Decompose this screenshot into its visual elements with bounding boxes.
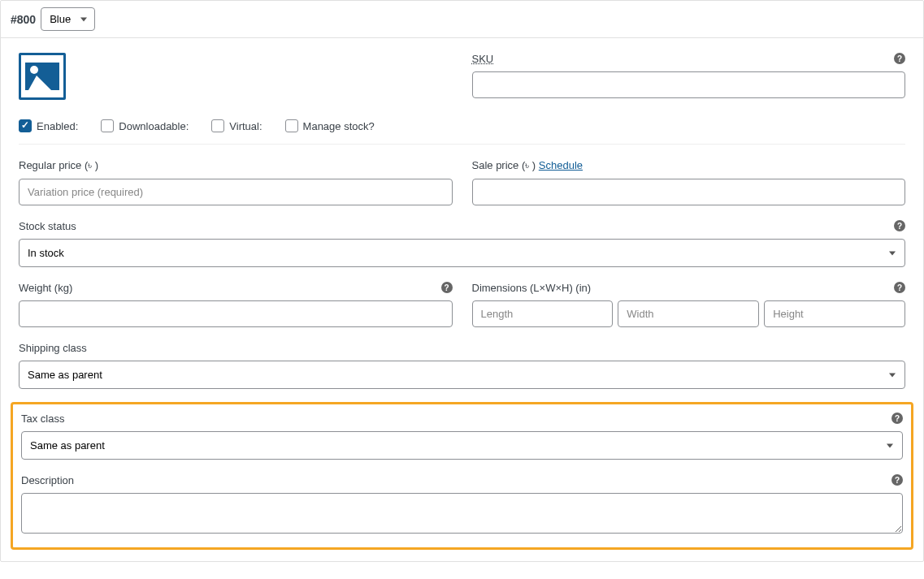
downloadable-checkbox[interactable] — [101, 119, 114, 132]
width-input[interactable] — [618, 300, 759, 327]
description-textarea[interactable] — [21, 493, 903, 534]
image-placeholder-icon — [25, 63, 59, 90]
description-label: Description — [21, 474, 903, 486]
variation-id: #800 — [11, 13, 36, 26]
enabled-label: Enabled: — [37, 120, 78, 132]
tax-class-label: Tax class — [21, 413, 903, 425]
downloadable-label: Downloadable: — [119, 120, 189, 132]
dimensions-label: Dimensions (L×W×H) (in) — [472, 282, 906, 294]
weight-label: Weight (kg) — [19, 282, 453, 294]
sku-label: SKU — [472, 53, 906, 65]
highlight-box: Tax class ? Same as parent Description ? — [11, 402, 913, 550]
sale-price-input[interactable] — [472, 179, 906, 205]
length-input[interactable] — [472, 300, 614, 327]
manage-stock-label: Manage stock? — [303, 120, 375, 132]
attribute-select-wrap: Blue — [41, 7, 95, 31]
help-icon[interactable]: ? — [894, 282, 905, 293]
help-icon[interactable]: ? — [891, 474, 903, 486]
help-icon[interactable]: ? — [891, 413, 903, 424]
virtual-checkbox[interactable] — [211, 119, 224, 132]
tax-class-select[interactable]: Same as parent — [21, 431, 903, 460]
help-icon[interactable]: ? — [894, 53, 905, 64]
help-icon[interactable]: ? — [894, 220, 905, 231]
enabled-checkbox[interactable] — [19, 119, 32, 132]
height-input[interactable] — [764, 300, 905, 327]
manage-stock-checkbox[interactable] — [285, 119, 298, 132]
stock-status-select[interactable]: In stock — [19, 239, 905, 267]
virtual-label: Virtual: — [229, 120, 262, 132]
shipping-class-select[interactable]: Same as parent — [19, 361, 905, 389]
regular-price-label: Regular price (৳ ) — [19, 159, 453, 172]
regular-price-input[interactable] — [19, 179, 453, 205]
shipping-class-label: Shipping class — [19, 342, 905, 354]
schedule-link[interactable]: Schedule — [539, 159, 583, 171]
attribute-select[interactable]: Blue — [41, 7, 95, 31]
variation-image-upload[interactable] — [19, 53, 66, 100]
weight-input[interactable] — [19, 300, 453, 327]
help-icon[interactable]: ? — [441, 282, 453, 293]
sale-price-label: Sale price (৳ ) — [472, 159, 536, 171]
stock-status-label: Stock status — [19, 220, 905, 232]
sku-input[interactable] — [472, 71, 906, 98]
